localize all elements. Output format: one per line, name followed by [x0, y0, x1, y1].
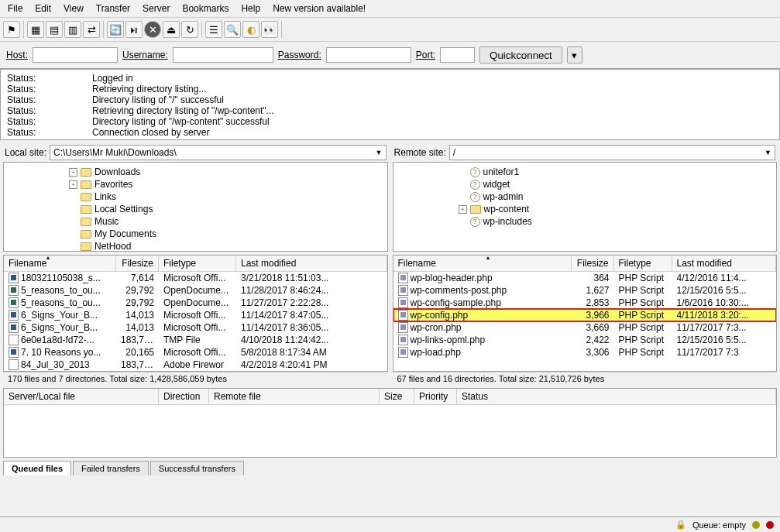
tree-item[interactable]: ?unitefor1	[400, 166, 774, 178]
file-row[interactable]: wp-comments-post.php1,627PHP Script12/15…	[393, 284, 777, 297]
sitemanager-icon[interactable]: ⚑	[3, 21, 20, 38]
password-input[interactable]	[326, 47, 411, 63]
file-icon	[9, 322, 19, 333]
tree-item[interactable]: Music	[10, 215, 384, 228]
tree-item[interactable]: Links	[10, 190, 384, 203]
refresh-icon[interactable]: 🔄	[107, 21, 124, 38]
menu-view[interactable]: View	[59, 2, 88, 15]
remote-path-combo[interactable]: / ▼	[449, 145, 775, 160]
file-row[interactable]: wp-blog-header.php364PHP Script4/12/2016…	[393, 272, 777, 284]
file-name: wp-comments-post.php	[411, 285, 507, 296]
file-size: 2,422	[572, 334, 614, 346]
menu-edit[interactable]: Edit	[30, 2, 56, 15]
col-filesize[interactable]: Filesize	[572, 256, 614, 271]
menu-transfer[interactable]: Transfer	[91, 2, 135, 15]
menu-new-version-available-[interactable]: New version available!	[268, 2, 370, 15]
filter-icon[interactable]: ☰	[205, 21, 222, 38]
local-tree[interactable]: +Downloads+FavoritesLinksLocal SettingsM…	[3, 162, 388, 252]
tree-item[interactable]: +Favorites	[10, 178, 384, 190]
tab-failed[interactable]: Failed transfers	[73, 461, 149, 475]
file-modified: 4/12/2016 11:4...	[672, 272, 777, 284]
menu-server[interactable]: Server	[138, 2, 174, 15]
col-remotefile[interactable]: Remote file	[209, 389, 380, 404]
transfer-queue[interactable]: Server/Local file Direction Remote file …	[3, 388, 777, 458]
col-direction[interactable]: Direction	[159, 389, 209, 404]
file-row[interactable]: wp-load.php3,306PHP Script11/17/2017 7:3	[393, 346, 777, 359]
message-log[interactable]: Status:Logged inStatus:Retrieving direct…	[0, 69, 780, 140]
layout-icon[interactable]: ▦	[27, 21, 44, 38]
col-filetype[interactable]: Filetype	[614, 256, 672, 271]
tab-queued[interactable]: Queued files	[3, 461, 71, 475]
log-value: Logged in	[92, 73, 133, 84]
quickconnect-dropdown-button[interactable]: ▾	[567, 46, 582, 63]
file-row[interactable]: wp-config.php3,966PHP Script4/11/2018 3:…	[393, 309, 777, 321]
col-priority[interactable]: Priority	[414, 389, 457, 404]
port-input[interactable]	[440, 47, 475, 63]
menu-file[interactable]: File	[3, 2, 27, 15]
file-row[interactable]: wp-links-opml.php2,422PHP Script12/15/20…	[393, 334, 777, 346]
col-status[interactable]: Status	[457, 389, 776, 404]
tree-item[interactable]: +wp-content	[400, 203, 774, 215]
file-row[interactable]: 5_reasons_to_ou...29,792OpenDocume...11/…	[4, 284, 387, 297]
tab-success[interactable]: Successful transfers	[150, 461, 244, 475]
tree-label: widget	[483, 179, 510, 190]
disconnect-icon[interactable]: ⏏	[163, 21, 180, 38]
remote-file-list[interactable]: Filename▴ Filesize Filetype Last modifie…	[393, 255, 778, 372]
compare-icon[interactable]: ◐	[242, 21, 259, 38]
layout3-icon[interactable]: ▥	[64, 21, 81, 38]
menu-help[interactable]: Help	[236, 2, 265, 15]
file-icon	[9, 359, 19, 370]
reconnect-icon[interactable]: ↻	[181, 21, 198, 38]
file-row[interactable]: wp-cron.php3,669PHP Script11/17/2017 7:3…	[393, 321, 777, 334]
file-row[interactable]: 6e0e1a8d-fd72-...183,702TMP File4/10/201…	[4, 334, 387, 346]
file-row[interactable]: 5_reasons_to_ou...29,792OpenDocume...11/…	[4, 297, 387, 309]
file-row[interactable]: 180321105038_s...7,614Microsoft Offi...3…	[4, 272, 387, 284]
expand-icon[interactable]: +	[69, 180, 77, 189]
sync-browse-icon[interactable]: ⇄	[83, 21, 100, 38]
file-row[interactable]: 7. 10 Reasons yo...20,165Microsoft Offi.…	[4, 346, 387, 359]
queue-status: Queue: empty	[692, 520, 746, 530]
unknown-icon: ?	[470, 180, 480, 190]
local-file-list[interactable]: Filename▴ Filesize Filetype Last modifie…	[3, 255, 388, 372]
local-path-combo[interactable]: C:\Users\Mr Muki\Downloads\ ▼	[50, 145, 386, 160]
col-size[interactable]: Size	[380, 389, 414, 404]
tree-item[interactable]: ?wp-includes	[400, 215, 774, 228]
file-icon	[398, 335, 408, 345]
file-row[interactable]: 6_Signs_Your_B...14,013Microsoft Offi...…	[4, 309, 387, 321]
col-modified[interactable]: Last modified	[236, 256, 387, 271]
process-queue-icon[interactable]: ⏯	[125, 21, 143, 38]
tree-item[interactable]: NetHood	[10, 240, 384, 252]
search-icon[interactable]: 🔍	[224, 21, 241, 38]
log-value: Retrieving directory listing...	[92, 84, 206, 94]
binoculars-icon[interactable]: 👀	[261, 21, 278, 38]
menu-bookmarks[interactable]: Bookmarks	[177, 2, 233, 15]
remote-tree[interactable]: ?unitefor1?widget?wp-admin+wp-content?wp…	[393, 162, 778, 252]
username-input[interactable]	[173, 47, 273, 63]
tree-item[interactable]: +Downloads	[10, 166, 384, 178]
layout2-icon[interactable]: ▤	[46, 21, 63, 38]
local-path-value: C:\Users\Mr Muki\Downloads\	[53, 147, 177, 158]
col-filesize[interactable]: Filesize	[116, 256, 159, 271]
port-label: Port:	[416, 50, 435, 60]
folder-icon	[81, 205, 91, 214]
col-filetype[interactable]: Filetype	[159, 256, 236, 271]
file-type: PHP Script	[614, 321, 672, 334]
tree-item[interactable]: Local Settings	[10, 203, 384, 215]
remote-path-value: /	[453, 147, 455, 158]
tree-item[interactable]: ?wp-admin	[400, 190, 774, 203]
host-input[interactable]	[33, 47, 118, 63]
file-name: wp-blog-header.php	[411, 273, 493, 283]
tree-item[interactable]: My Documents	[10, 228, 384, 240]
menubar: FileEditViewTransferServerBookmarksHelpN…	[0, 0, 780, 18]
col-modified[interactable]: Last modified	[672, 256, 777, 271]
file-row[interactable]: 6_Signs_Your_B...14,013Microsoft Offi...…	[4, 321, 387, 334]
cancel-icon[interactable]: ✕	[144, 21, 161, 38]
file-row[interactable]: wp-config-sample.php2,853PHP Script1/6/2…	[393, 297, 777, 309]
tree-item[interactable]: ?widget	[400, 178, 774, 190]
file-row[interactable]: 84_Jul_30_2013183,702Adobe Firewor4/2/20…	[4, 359, 387, 371]
expand-icon[interactable]: +	[69, 168, 77, 177]
file-type: Microsoft Offi...	[159, 272, 236, 284]
quickconnect-button[interactable]: Quickconnect	[479, 46, 562, 63]
col-serverfile[interactable]: Server/Local file	[4, 389, 159, 404]
expand-icon[interactable]: +	[459, 205, 467, 214]
